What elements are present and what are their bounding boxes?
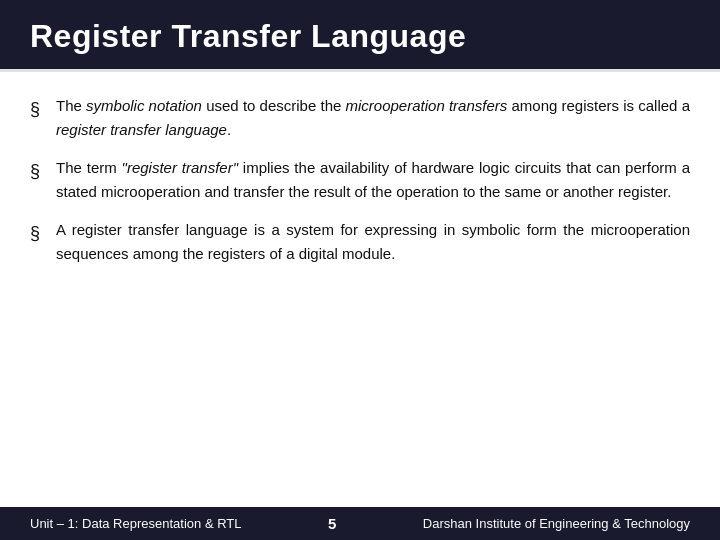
- bullet-text-1: The symbolic notation used to describe t…: [56, 94, 690, 142]
- bullet-item-3: § A register transfer language is a syst…: [30, 218, 690, 266]
- slide-content: § The symbolic notation used to describe…: [0, 72, 720, 507]
- footer-page-number: 5: [328, 515, 336, 532]
- bullet-item-2: § The term "register transfer" implies t…: [30, 156, 690, 204]
- footer-left: Unit – 1: Data Representation & RTL: [30, 516, 242, 531]
- footer-right: Darshan Institute of Engineering & Techn…: [423, 516, 690, 531]
- italic-register-transfer-term: "register transfer": [122, 159, 238, 176]
- slide: Register Transfer Language § The symboli…: [0, 0, 720, 540]
- italic-symbolic-notation: symbolic notation: [86, 97, 202, 114]
- italic-microoperation-transfers: microoperation transfers: [346, 97, 508, 114]
- bullet-marker-1: §: [30, 95, 46, 124]
- slide-footer: Unit – 1: Data Representation & RTL 5 Da…: [0, 507, 720, 540]
- title-bar: Register Transfer Language: [0, 0, 720, 69]
- bullet-item-1: § The symbolic notation used to describe…: [30, 94, 690, 142]
- bullet-text-3: A register transfer language is a system…: [56, 218, 690, 266]
- bullet-text-2: The term "register transfer" implies the…: [56, 156, 690, 204]
- italic-register-transfer-language: register transfer language: [56, 121, 227, 138]
- bullet-marker-3: §: [30, 219, 46, 248]
- bullet-marker-2: §: [30, 157, 46, 186]
- slide-title: Register Transfer Language: [30, 18, 690, 55]
